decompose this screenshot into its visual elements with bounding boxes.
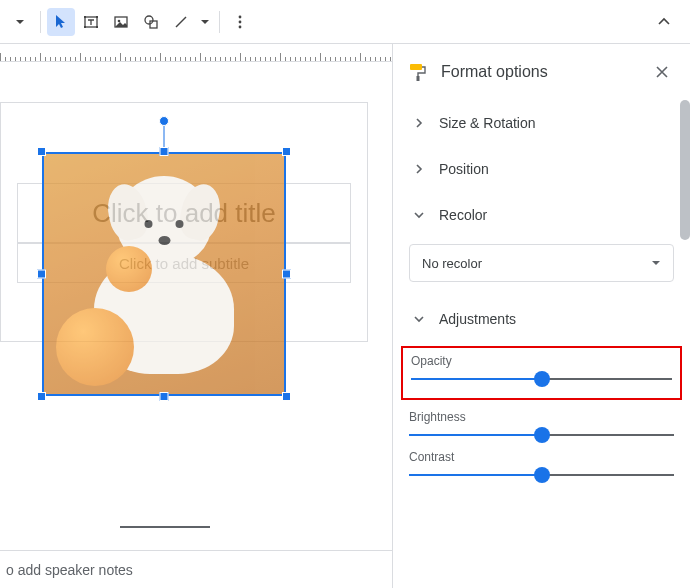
- line-icon: [173, 14, 189, 30]
- svg-rect-3: [84, 26, 86, 28]
- section-position[interactable]: Position: [407, 146, 676, 192]
- section-label: Size & Rotation: [431, 115, 676, 131]
- canvas-area: Click to add title Click to add subtitle: [0, 44, 392, 588]
- resize-handle-e[interactable]: [282, 270, 291, 279]
- paint-roller-icon: [407, 62, 427, 82]
- shape-tool-button[interactable]: [137, 8, 165, 36]
- chevron-right-icon: [407, 117, 431, 129]
- svg-rect-14: [417, 76, 420, 81]
- resize-handle-se[interactable]: [282, 392, 291, 401]
- format-options-panel: Format options Size & Rotation Position: [392, 44, 690, 588]
- selected-image[interactable]: [42, 152, 286, 396]
- image-tool-button[interactable]: [107, 8, 135, 36]
- toolbar: [0, 0, 690, 44]
- textbox-tool-button[interactable]: [77, 8, 105, 36]
- svg-point-10: [239, 15, 242, 18]
- opacity-label: Opacity: [411, 354, 672, 368]
- section-label: Adjustments: [431, 311, 676, 327]
- chevron-down-icon: [407, 313, 431, 325]
- section-adjustments[interactable]: Adjustments: [407, 296, 676, 342]
- svg-rect-4: [96, 26, 98, 28]
- chevron-down-icon: [407, 209, 431, 221]
- chevron-right-icon: [407, 163, 431, 175]
- scrollbar-thumb[interactable]: [680, 100, 690, 240]
- image-icon: [113, 14, 129, 30]
- section-size-rotation[interactable]: Size & Rotation: [407, 100, 676, 146]
- contrast-slider[interactable]: [409, 474, 674, 476]
- svg-rect-13: [410, 64, 422, 70]
- resize-handle-n[interactable]: [160, 147, 169, 156]
- close-panel-button[interactable]: [648, 58, 676, 86]
- speaker-notes-bar[interactable]: o add speaker notes: [0, 550, 392, 588]
- resize-handle-w[interactable]: [37, 270, 46, 279]
- contrast-slider-group: Contrast: [409, 450, 674, 476]
- line-tool-button[interactable]: [167, 8, 195, 36]
- recolor-value: No recolor: [422, 256, 482, 271]
- slider-fill: [411, 378, 542, 380]
- opacity-slider[interactable]: [411, 378, 672, 380]
- resize-handle-nw[interactable]: [37, 147, 46, 156]
- section-label: Recolor: [431, 207, 676, 223]
- svg-line-9: [176, 17, 186, 27]
- panel-title: Format options: [441, 63, 648, 81]
- svg-point-7: [145, 16, 153, 24]
- image-content: [42, 152, 286, 396]
- svg-point-12: [239, 25, 242, 28]
- brightness-slider[interactable]: [409, 434, 674, 436]
- svg-rect-1: [84, 16, 86, 18]
- chevron-up-icon: [657, 15, 671, 29]
- slider-thumb[interactable]: [534, 371, 550, 387]
- horizontal-ruler: [0, 44, 392, 62]
- resize-handle-s[interactable]: [160, 392, 169, 401]
- slider-thumb[interactable]: [534, 467, 550, 483]
- collapse-toolbar-button[interactable]: [650, 8, 678, 36]
- svg-point-11: [239, 20, 242, 23]
- more-tools-button[interactable]: [226, 8, 254, 36]
- resize-handle-sw[interactable]: [37, 392, 46, 401]
- section-recolor[interactable]: Recolor: [407, 192, 676, 238]
- slider-fill: [409, 434, 542, 436]
- rotation-handle[interactable]: [159, 116, 169, 126]
- textbox-icon: [83, 14, 99, 30]
- brightness-slider-group: Brightness: [409, 410, 674, 436]
- shape-icon: [143, 14, 159, 30]
- speaker-notes-placeholder: o add speaker notes: [6, 562, 133, 578]
- panel-body: Size & Rotation Position Recolor No reco…: [393, 100, 690, 588]
- caret-down-icon: [200, 17, 210, 27]
- toolbar-separator: [219, 11, 220, 33]
- caret-down-icon: [15, 17, 25, 27]
- rotation-line: [164, 124, 165, 148]
- notes-resize-handle[interactable]: [120, 526, 210, 528]
- svg-rect-2: [96, 16, 98, 18]
- slider-thumb[interactable]: [534, 427, 550, 443]
- close-icon: [655, 65, 669, 79]
- select-tool-button[interactable]: [47, 8, 75, 36]
- section-label: Position: [431, 161, 676, 177]
- panel-scrollbar[interactable]: [680, 100, 690, 588]
- opacity-slider-group: Opacity: [411, 354, 672, 380]
- svg-point-6: [118, 19, 121, 22]
- more-vert-icon: [232, 14, 248, 30]
- caret-down-icon: [651, 256, 661, 271]
- line-dropdown-button[interactable]: [197, 8, 213, 36]
- toolbar-more-dropdown[interactable]: [6, 8, 34, 36]
- recolor-dropdown[interactable]: No recolor: [409, 244, 674, 282]
- panel-header: Format options: [393, 44, 690, 100]
- contrast-label: Contrast: [409, 450, 674, 464]
- resize-handle-ne[interactable]: [282, 147, 291, 156]
- opacity-highlight-box: Opacity: [401, 346, 682, 400]
- svg-rect-8: [150, 21, 157, 28]
- toolbar-separator: [40, 11, 41, 33]
- brightness-label: Brightness: [409, 410, 674, 424]
- cursor-icon: [53, 14, 69, 30]
- slider-fill: [409, 474, 542, 476]
